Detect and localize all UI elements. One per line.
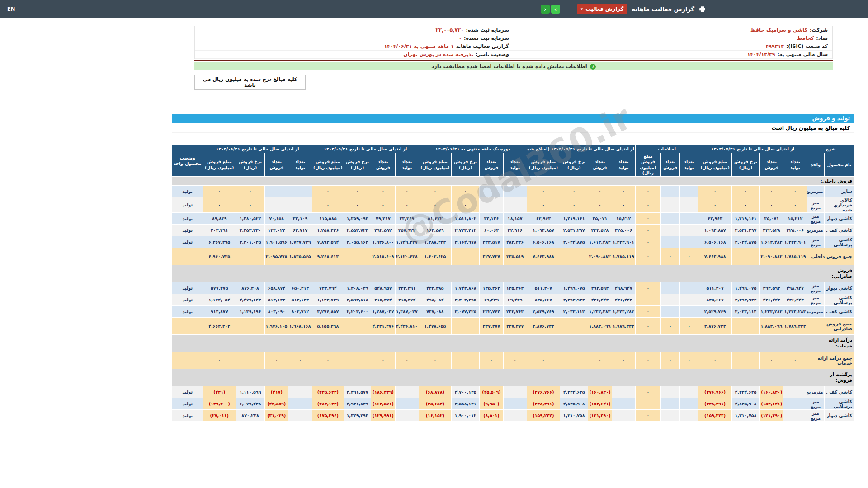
cell-value	[395, 398, 419, 410]
cell-value: ۱,۷۸۹,۴۳۳	[612, 318, 635, 335]
cell-value: ۶۹,۲۴۹	[480, 294, 503, 306]
column-header: تعداد تولید	[503, 153, 527, 177]
report-type-dropdown[interactable]: گزارش فعالیت ▾	[577, 4, 627, 14]
cell-value: (۱۵۹,۲۴۴)	[527, 410, 560, 422]
cell-value	[452, 318, 480, 335]
cell-value: ۵۲۸,۹۵۷	[371, 282, 395, 294]
cell-value	[680, 197, 698, 213]
cell-value: ۳۱۵,۴۷۲	[371, 294, 395, 306]
cell-value: ۱,۲۴۴,۲۸۳	[783, 306, 807, 318]
cell-value: ۱,۴۸۷,۰۴۷	[395, 306, 419, 318]
language-toggle-en[interactable]: EN	[7, 6, 15, 12]
cell-value	[503, 410, 527, 422]
section-cell: برگشت از فروش:	[172, 369, 854, 386]
column-header: واحد	[807, 153, 824, 177]
column-header: تعداد تولید	[680, 153, 698, 177]
cell-value: ۲,۷۰۰,۱۴۵	[452, 386, 480, 398]
cell-value: ۱,۰۹۴,۸۵۷	[698, 225, 731, 236]
cell-value: (۱۲۱,۴۹۰)	[760, 410, 783, 422]
cell-value	[661, 236, 680, 248]
cell-value: ۲,۵۳۱,۲۹۷	[731, 225, 760, 236]
cell-value: ۰	[527, 197, 560, 213]
company-info-grid: شرکت: کاشي و سراميک حافظ نماد: کحافظ کد …	[194, 26, 833, 59]
cell-value: ۳۳,۱۰۹	[288, 213, 312, 225]
cell-value: ۰	[731, 186, 760, 197]
product-unit: مترمربع	[807, 186, 824, 197]
cell-value: ۱,۴۱۹,۱۶۱	[560, 213, 588, 225]
cell-value: ۰	[560, 197, 588, 213]
cell-value: ۶,۰۷۹,۲۳۸	[236, 398, 264, 410]
cell-value: ۷,۶۶۴,۹۸۸	[527, 248, 560, 265]
cell-value	[265, 186, 288, 197]
product-unit: متر مربع	[807, 398, 824, 410]
cell-value	[265, 197, 288, 213]
info-label: گزارش فعالیت ماهانه	[456, 43, 509, 49]
section-label: فروش صادراتی:	[816, 268, 852, 279]
cell-value: ۸۰۳,۰۹۰	[265, 306, 288, 318]
total-row: جمع فروش داخلی۱,۷۸۵,۱۱۹۲,۰۹۰,۸۸۲۷,۶۶۴,۹۸…	[172, 248, 854, 265]
cell-value: ۰	[312, 352, 344, 369]
company-info-col-left: سرمایه ثبت شده: ۲۲,۰۰۵,۷۲۰ سرمایه ثبت نش…	[195, 26, 514, 59]
product-row: کاشي کف .مترمربع۳۲۵,۰۰۶۴۳۲,۵۲۸۲,۵۳۱,۲۹۷۱…	[172, 225, 854, 236]
cell-value: ۴,۰۵۵,۱۶۳	[344, 236, 371, 248]
product-unit: مترمربع	[807, 386, 824, 398]
cell-value: ۰	[698, 197, 731, 213]
cell-value: ۵۱۴,۱۴۳	[288, 294, 312, 306]
company-info-col-right: شرکت: کاشي و سراميک حافظ نماد: کحافظ کد …	[514, 26, 832, 59]
cell-value: ۳,۸۷۶,۷۴۳	[698, 318, 731, 335]
cell-value	[452, 248, 480, 265]
cell-value: ۲,۰۹۰,۸۸۲	[588, 248, 612, 265]
cell-value: ۰	[203, 186, 236, 197]
cell-value: ۲۴۶,۲۲۳	[783, 294, 807, 306]
cell-value: ۳۵۷,۹۲۲	[395, 225, 419, 236]
printer-icon[interactable]	[698, 5, 706, 13]
next-report-button[interactable]: ›	[551, 5, 560, 14]
cell-value	[236, 318, 264, 335]
product-row: کاشي دیوارمتر مربع۱۵,۲۱۲۴۵,۰۷۱۱,۴۱۹,۱۶۱۶…	[172, 213, 854, 225]
cell-value: (۲۴۱)	[203, 386, 236, 398]
cell-value: ۳,۲۵۳,۳۳۰	[236, 225, 264, 236]
info-label: شرکت:	[810, 27, 828, 33]
column-header: مبلغ فروش (میلیون ریال)	[203, 153, 236, 177]
cell-value: ۱,۲۸۰,۵۲۴	[236, 213, 264, 225]
cell-value	[344, 318, 371, 335]
cell-value: ۱,۶۱۳,۲۸۳	[588, 236, 612, 248]
cell-value: ۶,۴۶۷,۳۹۵	[203, 236, 236, 248]
cell-value	[560, 318, 588, 335]
cell-value: ۰	[635, 294, 660, 306]
cell-value: (۱۶۰,۸۳۰)	[760, 386, 783, 398]
cell-value: (۳۷۶,۷۶۶)	[527, 386, 560, 398]
cell-value	[731, 248, 760, 265]
cell-value: ۱,۳۱۰,۷۵۸	[731, 410, 760, 422]
cell-value: ۰	[680, 318, 698, 335]
cell-value: ۱,۱۳۹,۱۹۶	[236, 306, 264, 318]
cell-value: ۰	[527, 186, 560, 197]
product-status: تولید	[172, 410, 203, 422]
cell-value: (۹,۹۵۰)	[480, 398, 503, 410]
cell-value: ۲,۵۲۹,۷۶۹	[527, 306, 560, 318]
cell-value: ۱,۱۷۲,۰۵۲	[203, 294, 236, 306]
cell-value: ۰	[560, 186, 588, 197]
cell-value: ۳۳۵,۵۱۹	[503, 248, 527, 265]
cell-value: ۱,۱۱۰,۵۹۹	[236, 386, 264, 398]
cell-value: ۰	[635, 410, 660, 422]
signature-banner-text: اطلاعات نمایش داده شده با اطلاعات امضا ش…	[431, 63, 587, 70]
cell-value: ۱,۴۰۸,۰۳۹	[344, 282, 371, 294]
cell-value: (۸,۵۰۱)	[480, 410, 503, 422]
cell-value: ۰	[203, 197, 236, 213]
info-label: کد صنعت (ISIC):	[786, 43, 828, 49]
cell-value: ۰	[419, 197, 451, 213]
report-navigation: › ‹	[541, 5, 560, 14]
cell-value: (۴۳۸,۴۹۱)	[527, 398, 560, 410]
cell-value: ۴۵,۰۷۱	[588, 213, 612, 225]
info-icon: i	[590, 64, 596, 70]
section-cell: درآمد ارائه خدمات:	[172, 335, 854, 352]
prev-report-button[interactable]: ‹	[541, 5, 550, 14]
cell-value: ۰	[265, 352, 288, 369]
total-row: جمع فروش صادراتی۱,۷۸۹,۴۳۳۱,۸۸۴,۰۹۹۳,۸۷۶,…	[172, 318, 854, 335]
cell-value: ۲,۰۳۳,۱۱۴	[560, 306, 588, 318]
cell-value: ۰	[612, 352, 635, 369]
section-row: درآمد ارائه خدمات:	[172, 335, 854, 352]
cell-value: ۵,۱۵۵,۳۹۸	[312, 318, 344, 335]
cell-value: ۱,۳۱۰,۷۵۸	[560, 410, 588, 422]
